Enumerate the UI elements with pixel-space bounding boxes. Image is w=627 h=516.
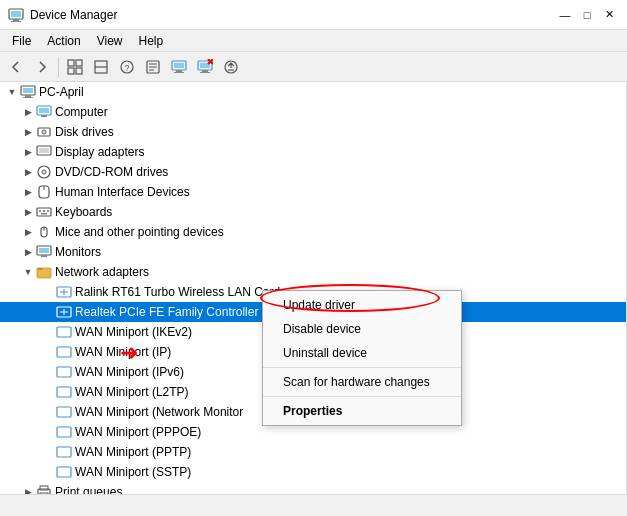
- wan-ip-label: WAN Miniport (IP): [75, 345, 171, 359]
- svg-rect-39: [39, 148, 49, 153]
- collapse-button[interactable]: [89, 55, 113, 79]
- computer-device-icon: [36, 104, 52, 120]
- close-button[interactable]: ✕: [599, 5, 619, 25]
- tree-item-dvd[interactable]: ▶ DVD/CD-ROM drives: [0, 162, 626, 182]
- tree-root[interactable]: ▼ PC-April: [0, 82, 626, 102]
- expand-button[interactable]: [63, 55, 87, 79]
- svg-rect-6: [68, 68, 74, 74]
- ctx-properties[interactable]: Properties: [263, 399, 461, 423]
- toolbar-separator-1: [58, 57, 59, 77]
- wan-pptp-icon: [56, 444, 72, 460]
- menu-file[interactable]: File: [4, 32, 39, 50]
- svg-rect-3: [11, 21, 21, 22]
- monitors-label: Monitors: [55, 245, 101, 259]
- svg-rect-69: [57, 427, 71, 437]
- keyboards-label: Keyboards: [55, 205, 112, 219]
- svg-rect-17: [174, 63, 184, 68]
- wan-pppoe-icon: [56, 424, 72, 440]
- expand-icon-disk: ▶: [20, 124, 36, 140]
- forward-button[interactable]: [30, 55, 54, 79]
- ctx-update-driver[interactable]: Update driver: [263, 293, 461, 317]
- main-area: ▼ PC-April ▶ Computer: [0, 82, 627, 494]
- expand-icon-dvd: ▶: [20, 164, 36, 180]
- monitor-tree-icon: [36, 244, 52, 260]
- expand-icon-monitors: ▶: [20, 244, 36, 260]
- dvd-label: DVD/CD-ROM drives: [55, 165, 168, 179]
- svg-rect-7: [76, 68, 82, 74]
- svg-rect-4: [68, 60, 74, 66]
- svg-rect-2: [13, 19, 19, 21]
- tree-item-hid[interactable]: ▶ Human Interface Devices: [0, 182, 626, 202]
- wan-ikev2-label: WAN Miniport (IKEv2): [75, 325, 192, 339]
- svg-rect-48: [47, 210, 49, 212]
- dvd-icon: [36, 164, 52, 180]
- minimize-button[interactable]: —: [555, 5, 575, 25]
- expand-icon-display: ▶: [20, 144, 36, 160]
- svg-rect-70: [57, 447, 71, 457]
- svg-point-37: [44, 132, 45, 133]
- svg-rect-67: [57, 387, 71, 397]
- properties-button[interactable]: [141, 55, 165, 79]
- disk-drives-label: Disk drives: [55, 125, 114, 139]
- back-button[interactable]: [4, 55, 28, 79]
- disk-icon: [36, 124, 52, 140]
- tree-item-wan-sstp[interactable]: ▶ WAN Miniport (SSTP): [0, 462, 626, 482]
- wan-ipv6-label: WAN Miniport (IPv6): [75, 365, 184, 379]
- tree-item-network-adapters[interactable]: ▼ Network adapters: [0, 262, 626, 282]
- title-bar-left: Device Manager: [8, 7, 117, 23]
- ralink-label: Ralink RT61 Turbo Wireless LAN Card: [75, 285, 280, 299]
- computer-icon: [20, 84, 36, 100]
- ctx-separator-2: [263, 396, 461, 397]
- svg-rect-71: [57, 467, 71, 477]
- tree-item-print-queues[interactable]: ▶ Print queues: [0, 482, 626, 494]
- ralink-icon: [56, 284, 72, 300]
- root-label: PC-April: [39, 85, 84, 99]
- tree-item-mice[interactable]: ▶ Mice and other pointing devices: [0, 222, 626, 242]
- svg-rect-64: [57, 327, 71, 337]
- expand-icon-keyboards: ▶: [20, 204, 36, 220]
- tree-item-monitors[interactable]: ▶ Monitors: [0, 242, 626, 262]
- title-text: Device Manager: [30, 8, 117, 22]
- wan-netmon-icon: [56, 404, 72, 420]
- monitor-button[interactable]: [167, 55, 191, 79]
- update-driver-button[interactable]: [219, 55, 243, 79]
- ctx-scan-hardware[interactable]: Scan for hardware changes: [263, 370, 461, 394]
- tree-item-computer[interactable]: ▶ Computer: [0, 102, 626, 122]
- help-button[interactable]: ?: [115, 55, 139, 79]
- expand-icon-computer: ▶: [20, 104, 36, 120]
- tree-panel[interactable]: ▼ PC-April ▶ Computer: [0, 82, 627, 494]
- title-controls: — □ ✕: [555, 5, 619, 25]
- tree-item-disk-drives[interactable]: ▶ Disk drives: [0, 122, 626, 142]
- status-bar: [0, 494, 627, 516]
- menu-view[interactable]: View: [89, 32, 131, 50]
- maximize-button[interactable]: □: [577, 5, 597, 25]
- keyboard-icon: [36, 204, 52, 220]
- wan-l2tp-label: WAN Miniport (L2TP): [75, 385, 189, 399]
- svg-rect-65: [57, 347, 71, 357]
- svg-rect-22: [202, 70, 208, 72]
- tree-item-keyboards[interactable]: ▶ Keyboards: [0, 202, 626, 222]
- expand-icon-network: ▼: [20, 264, 36, 280]
- display-adapters-label: Display adapters: [55, 145, 144, 159]
- ctx-uninstall-device[interactable]: Uninstall device: [263, 341, 461, 365]
- svg-rect-68: [57, 407, 71, 417]
- wan-ikev2-icon: [56, 324, 72, 340]
- svg-rect-31: [23, 97, 33, 98]
- print-icon: [36, 484, 52, 494]
- mice-label: Mice and other pointing devices: [55, 225, 224, 239]
- menu-help[interactable]: Help: [131, 32, 172, 50]
- svg-rect-23: [200, 72, 210, 73]
- hid-label: Human Interface Devices: [55, 185, 190, 199]
- tree-item-display-adapters[interactable]: ▶ Display adapters: [0, 142, 626, 162]
- wan-sstp-label: WAN Miniport (SSTP): [75, 465, 191, 479]
- wan-ip-icon: [56, 344, 72, 360]
- tree-item-wan-pptp[interactable]: ▶ WAN Miniport (PPTP): [0, 442, 626, 462]
- context-menu: Update driver Disable device Uninstall d…: [262, 290, 462, 426]
- svg-rect-46: [39, 210, 41, 212]
- menu-action[interactable]: Action: [39, 32, 88, 50]
- uninstall-button[interactable]: [193, 55, 217, 79]
- ctx-disable-device[interactable]: Disable device: [263, 317, 461, 341]
- svg-rect-29: [23, 88, 33, 93]
- svg-rect-1: [11, 11, 21, 17]
- computer-label: Computer: [55, 105, 108, 119]
